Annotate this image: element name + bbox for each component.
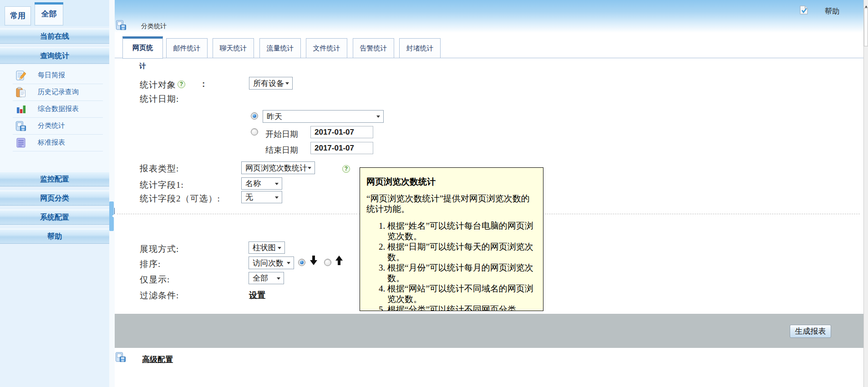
chevron-down-icon [275, 196, 279, 201]
page-title: 分类统计 [141, 22, 167, 30]
tooltip-list-item: 根据“网站”可以统计不同域名的网页浏览次数。 [387, 283, 537, 304]
sidebar-item-query-stats[interactable]: 查询统计 [0, 47, 109, 64]
sidebar-tab-all[interactable]: 全部 [35, 5, 63, 25]
sort-field-value: 访问次数 [253, 258, 284, 268]
tab-mail-stats[interactable]: 邮件统计 [166, 38, 208, 58]
sidebar-item-category-stats[interactable]: 分类统计 [0, 118, 109, 135]
tooltip-list-item: 根据“分类”可以统计不同网页分类 [387, 304, 537, 311]
chevron-down-icon [275, 183, 279, 187]
report-type-label: 报表类型: [140, 163, 179, 175]
start-date-label: 开始日期 [265, 129, 298, 140]
daily-report-icon [15, 70, 27, 81]
sidebar-item-label: 标准报表 [38, 138, 65, 147]
tooltip-title: 网页浏览次数统计 [366, 176, 537, 188]
history-search-icon [15, 86, 27, 98]
advanced-config-link[interactable]: 高级配置 [142, 354, 173, 365]
filter-settings-link[interactable]: 设置 [249, 290, 265, 301]
date-quick-value: 昨天 [267, 111, 282, 122]
sort-desc-radio[interactable] [298, 259, 305, 266]
scroll-up-icon[interactable] [865, 4, 868, 8]
arrow-down-icon [310, 256, 318, 265]
only-show-select[interactable]: 全部 [249, 272, 284, 284]
chevron-down-icon [308, 167, 311, 171]
sidebar-tab-common[interactable]: 常用 [5, 6, 31, 25]
field2-label: 统计字段2（可选）: [140, 193, 220, 205]
document-icon [15, 137, 27, 149]
chevron-down-icon [278, 247, 281, 251]
category-stats-icon [115, 19, 127, 31]
chevron-down-icon [277, 277, 280, 281]
only-show-label: 仅显示: [140, 274, 170, 286]
start-date-input[interactable] [310, 126, 373, 138]
stat-object-select[interactable]: 所有设备 [249, 77, 293, 90]
vertical-scrollbar[interactable] [863, 0, 868, 387]
tab-block-stats[interactable]: 封堵统计 [399, 38, 441, 58]
sidebar-item-monitor-config[interactable]: 监控配置 [0, 171, 109, 186]
date-quick-radio[interactable] [251, 112, 258, 120]
sidebar-item-label: 综合数据报表 [38, 105, 79, 113]
display-mode-value: 柱状图 [253, 242, 276, 253]
sidebar-item-label: 历史记录查询 [38, 88, 79, 96]
stat-object-label: 统计对象 [140, 79, 176, 91]
sidebar-item-label: 分类统计 [38, 121, 65, 130]
top-banner [115, 0, 863, 33]
date-quick-select[interactable]: 昨天 [263, 110, 384, 123]
sidebar-item-web-category[interactable]: 网页分类 [0, 191, 109, 206]
tab-chat-stats[interactable]: 聊天统计 [213, 38, 254, 58]
help-link[interactable]: 帮助 [825, 7, 839, 16]
splitter-collapse-handle[interactable] [109, 201, 114, 231]
display-mode-select[interactable]: 柱状图 [249, 241, 285, 254]
tab-web-stats[interactable]: 网页统计 [122, 36, 163, 59]
main-content: 分类统计 帮助 网页统计 邮件统计 聊天统计 流量统计 文件统计 告警统计 封堵… [115, 0, 863, 387]
chevron-down-icon [376, 116, 380, 120]
tab-alert-stats[interactable]: 告警统计 [353, 38, 394, 58]
stat-object-value: 所有设备 [253, 78, 284, 89]
field2-value: 无 [245, 192, 253, 202]
field1-value: 名称 [245, 178, 261, 189]
tooltip-list-item: 根据“日期”可以统计每天的网页浏览次数。 [387, 241, 537, 262]
help-circle-icon[interactable]: ? [342, 165, 350, 173]
report-type-value: 网页浏览次数统计 [245, 163, 307, 173]
sidebar-item-current-online[interactable]: 当前在线 [0, 29, 109, 44]
date-range-radio[interactable] [251, 128, 258, 136]
display-mode-label: 展现方式: [140, 243, 179, 255]
report-type-select[interactable]: 网页浏览次数统计 [241, 161, 315, 174]
divider [13, 151, 103, 151]
tab-file-stats[interactable]: 文件统计 [306, 38, 347, 58]
query-stats-submenu: 每日简报 历史记录查询 综合数据报表 分类统计 [0, 65, 109, 171]
help-tooltip: 网页浏览次数统计 “网页浏览次数统计”提供对网页浏览次数的统计功能。 根据“姓名… [360, 167, 543, 311]
sidebar-tab-strip: 常用 全部 [0, 0, 109, 26]
end-date-label: 结束日期 [265, 145, 298, 156]
tooltip-list: 根据“姓名”可以统计每台电脑的网页浏览次数。 根据“日期”可以统计每天的网页浏览… [366, 221, 537, 311]
sidebar-splitter[interactable] [109, 0, 115, 387]
generate-report-button[interactable]: 生成报表 [790, 325, 831, 338]
help-doc-icon[interactable] [800, 5, 808, 15]
chevron-down-icon [285, 82, 289, 86]
bar-chart-icon [15, 103, 27, 115]
tooltip-list-item: 根据“姓名”可以统计每台电脑的网页浏览次数。 [387, 221, 537, 241]
sidebar-item-daily-report[interactable]: 每日简报 [0, 67, 109, 84]
scrollbar-thumb[interactable] [864, 8, 868, 46]
help-circle-icon[interactable]: ? [178, 80, 185, 88]
content-tab-bar: 网页统计 邮件统计 聊天统计 流量统计 文件统计 告警统计 封堵统计 [115, 36, 863, 58]
sort-asc-radio[interactable] [324, 259, 331, 266]
tab-traffic-stats[interactable]: 流量统计 [259, 38, 301, 58]
sidebar-tab-all-label: 全部 [41, 10, 57, 18]
stat-date-label: 统计日期: [140, 93, 179, 105]
active-tab-accent-bar [35, 2, 63, 5]
chevron-down-icon [287, 262, 290, 266]
end-date-input[interactable] [310, 142, 373, 154]
field2-select[interactable]: 无 [241, 191, 282, 203]
sidebar-item-system-config[interactable]: 系统配置 [0, 210, 109, 225]
field1-select[interactable]: 名称 [241, 177, 282, 190]
sidebar-item-standard-report[interactable]: 标准报表 [0, 135, 109, 151]
sort-field-select[interactable]: 访问次数 [249, 256, 294, 269]
sort-label: 排序: [140, 258, 161, 270]
sidebar-item-history-query[interactable]: 历史记录查询 [0, 84, 109, 101]
sidebar-item-help[interactable]: 帮助 [0, 229, 109, 244]
sidebar-item-data-report[interactable]: 综合数据报表 [0, 101, 109, 118]
tooltip-list-item: 根据“月份”可以统计每月的网页浏览次数。 [387, 262, 537, 283]
action-bar: 生成报表 [115, 314, 863, 348]
category-stats-icon [115, 351, 127, 363]
filter-label: 过滤条件: [140, 290, 179, 302]
